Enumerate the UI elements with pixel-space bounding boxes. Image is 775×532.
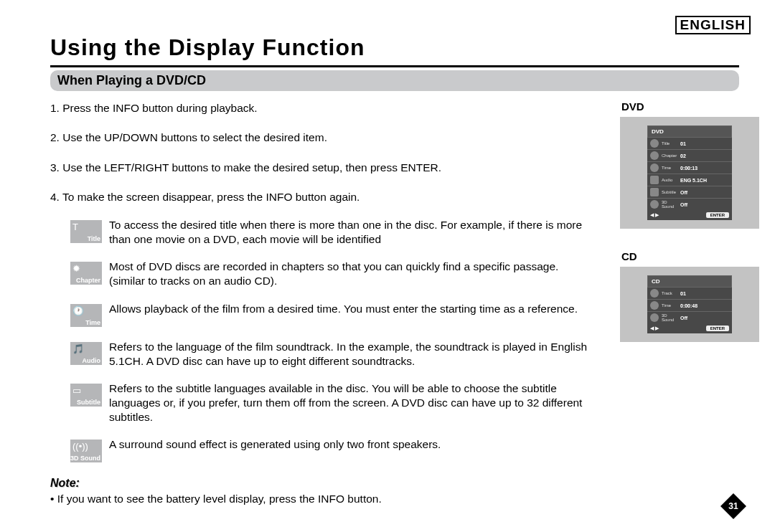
feature-time: 🕐 Time Allows playback of the film from … [70, 302, 596, 327]
feature-subtitle: ▭ Subtitle Refers to the subtitle langua… [70, 381, 596, 424]
threed-icon: ((•)) 3D Sound [70, 440, 102, 462]
step-item: 1. Press the INFO button during playback… [50, 100, 596, 116]
feature-audio: 🎵 Audio Refers to the language of the fi… [70, 340, 596, 369]
dvd-osd-label: DVD [621, 100, 764, 113]
feature-text: A surround sound effect is generated usi… [109, 437, 441, 462]
subtitle-icon: ▭ Subtitle [70, 384, 102, 407]
osd-enter: ENTER [706, 326, 729, 331]
osd-head: CD [647, 275, 732, 288]
feature-text: Refers to the subtitle languages availab… [109, 381, 596, 424]
feature-text: Allows playback of the film from a desir… [109, 302, 578, 327]
feature-text: Refers to the language of the film sound… [109, 340, 596, 369]
language-indicator: ENGLISH [675, 16, 751, 34]
step-item: 4. To make the screen disappear, press t… [50, 189, 596, 205]
time-icon: 🕐 Time [70, 304, 102, 327]
osd-arrows: ◀ ▶ [650, 212, 659, 218]
feature-3dsound: ((•)) 3D Sound A surround sound effect i… [70, 437, 596, 462]
osd-head: DVD [647, 125, 732, 138]
feature-title: T Title To access the desired title when… [70, 218, 596, 247]
chapter-icon: ✹ Chapter [70, 262, 102, 285]
step-item: 2. Use the UP/DOWN buttons to select the… [50, 129, 596, 146]
step-list: 1. Press the INFO button during playback… [50, 100, 596, 205]
osd-enter: ENTER [706, 212, 729, 218]
audio-icon: 🎵 Audio [70, 342, 102, 365]
page-title: Using the Display Function [50, 34, 739, 61]
dvd-osd-panel: DVD Title01 Chapter02 Time0:00:13 AudioE… [620, 117, 759, 229]
note-text: • If you want to see the battery level d… [50, 493, 596, 505]
title-icon: T Title [70, 220, 102, 243]
title-rule [50, 65, 739, 67]
feature-chapter: ✹ Chapter Most of DVD discs are recorded… [70, 260, 596, 288]
osd-column: DVD DVD Title01 Chapter02 Time0:00:13 Au… [620, 100, 764, 364]
feature-text: To access the desired title when there i… [109, 218, 596, 247]
section-header: When Playing a DVD/CD [50, 70, 739, 91]
feature-text: Most of DVD discs are recorded in chapte… [109, 260, 596, 288]
cd-osd-label: CD [621, 250, 764, 262]
osd-arrows: ◀ ▶ [650, 326, 659, 331]
page-number-badge: 31 [720, 493, 746, 519]
step-item: 3. Use the LEFT/RIGHT buttons to make th… [50, 159, 596, 176]
note-heading: Note: [50, 477, 596, 490]
cd-osd-panel: CD Track01 Time0:00:48 3D SoundOff ◀ ▶ E… [620, 267, 759, 342]
